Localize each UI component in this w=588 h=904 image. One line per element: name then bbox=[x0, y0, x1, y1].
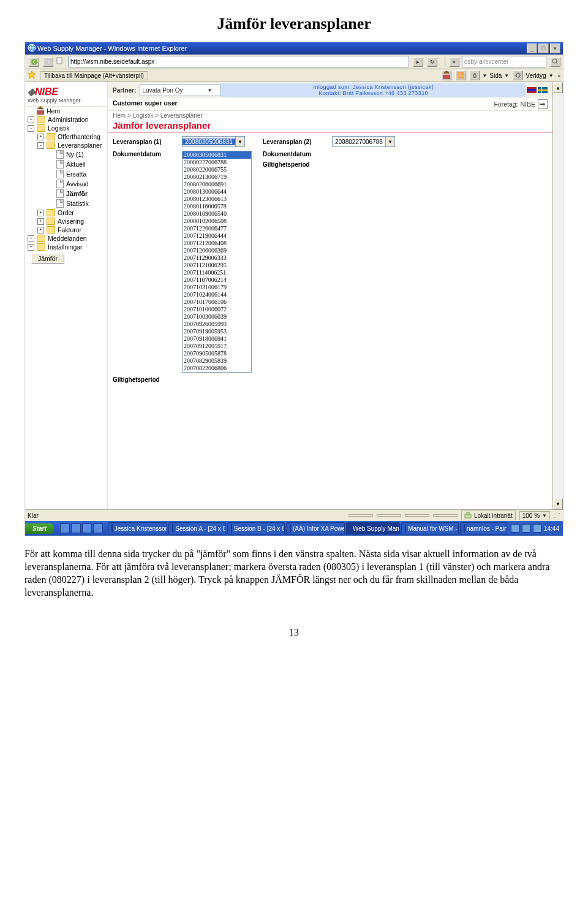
option-row[interactable]: 20070918006941 bbox=[183, 335, 251, 343]
option-row[interactable]: 20071031006179 bbox=[183, 284, 251, 291]
nav-item-meddelanden[interactable]: +Meddelanden bbox=[26, 234, 106, 243]
stop-button[interactable]: × bbox=[449, 57, 459, 67]
vertical-scrollbar[interactable]: ▲ ▼ bbox=[552, 82, 563, 509]
option-row[interactable]: 20070926005993 bbox=[183, 321, 251, 328]
tray-icon[interactable] bbox=[522, 524, 530, 533]
option-row[interactable]: 20070912005917 bbox=[183, 343, 251, 350]
option-row[interactable]: 20071206006369 bbox=[183, 247, 251, 254]
url-field[interactable]: http://wsm.nibe.se/default.aspx bbox=[68, 56, 409, 67]
option-row[interactable]: 20071219006444 bbox=[183, 232, 251, 240]
nav-item-avvisad[interactable]: Avvisad bbox=[26, 179, 106, 189]
chevron-down-icon[interactable]: ▼ bbox=[549, 73, 554, 78]
page-menu[interactable]: Sida bbox=[489, 72, 502, 79]
tools-menu[interactable]: Verktyg bbox=[526, 72, 546, 79]
tools-icon[interactable] bbox=[513, 70, 523, 80]
plan1-listbox[interactable]: 2008030500683120080227006788200802200067… bbox=[182, 151, 252, 373]
expand-icon[interactable]: + bbox=[28, 244, 34, 251]
company-icon[interactable]: ⮕ bbox=[538, 99, 548, 109]
scroll-up-arrow[interactable]: ▲ bbox=[553, 82, 563, 93]
nav-item-inst-llningar[interactable]: +Inställningar bbox=[26, 243, 106, 251]
option-row[interactable]: 20071114006251 bbox=[183, 269, 251, 276]
option-row[interactable]: 20080227006788 bbox=[183, 159, 251, 166]
nav-item-hem[interactable]: Hem bbox=[26, 107, 106, 115]
zoom-indicator[interactable]: 100 % ▼ bbox=[519, 511, 550, 520]
nav-item-statistik[interactable]: Statistik bbox=[26, 199, 106, 208]
flag-sv-icon[interactable] bbox=[538, 87, 548, 93]
option-row[interactable]: 20071129006333 bbox=[183, 254, 251, 262]
scroll-down-arrow[interactable]: ▼ bbox=[553, 498, 563, 509]
option-row[interactable]: 20080206006691 bbox=[183, 181, 251, 188]
expand-icon[interactable]: + bbox=[37, 210, 44, 216]
minimize-button[interactable]: _ bbox=[527, 44, 537, 53]
nav-item-aktuell[interactable]: Aktuell bbox=[26, 159, 106, 169]
home-ie-button[interactable] bbox=[441, 70, 451, 80]
nav-item-order[interactable]: +Order bbox=[26, 208, 106, 217]
option-row[interactable]: 20080102006508 bbox=[183, 218, 251, 225]
option-row[interactable]: 20080123006613 bbox=[183, 196, 251, 203]
option-row[interactable]: 20080213006719 bbox=[183, 173, 251, 181]
plan1-select[interactable]: 20080305006831 ▼ bbox=[182, 136, 245, 147]
forward-button[interactable] bbox=[43, 57, 53, 67]
task-button[interactable]: Session B - [24 x 80] bbox=[227, 522, 285, 534]
back-mainpage-link[interactable]: Tillbaka till Mainpage (Alt+vänsterpil) bbox=[40, 71, 148, 80]
option-row[interactable]: 20071017006106 bbox=[183, 298, 251, 306]
option-row[interactable]: 20070822006806 bbox=[183, 365, 251, 372]
option-row[interactable]: 20070905005878 bbox=[183, 350, 251, 357]
chevron-down-icon[interactable]: ▼ bbox=[482, 73, 487, 78]
option-row[interactable]: 20071212006408 bbox=[183, 240, 251, 247]
partner-select[interactable]: Luvata Pori Oy ▼ bbox=[140, 85, 221, 96]
expand-chevron[interactable]: » bbox=[556, 73, 560, 78]
option-row[interactable]: 20071003006039 bbox=[183, 313, 251, 321]
ql-outlook-icon[interactable] bbox=[82, 523, 92, 533]
task-button[interactable]: Jessica Kristensson... bbox=[108, 522, 168, 534]
chevron-down-icon[interactable]: ▼ bbox=[504, 73, 509, 78]
nav-item-ny-1-[interactable]: Ny (1) bbox=[26, 150, 106, 159]
nav-item-leveransplaner[interactable]: -Leveransplaner bbox=[26, 141, 106, 150]
scroll-track[interactable] bbox=[553, 93, 563, 498]
favorites-icon[interactable] bbox=[28, 70, 37, 80]
maximize-button[interactable]: □ bbox=[538, 44, 549, 53]
plan2-select[interactable]: 20080227006788 ▼ bbox=[332, 136, 395, 147]
expand-icon[interactable]: + bbox=[37, 218, 44, 225]
resize-grip-icon[interactable]: ⋰ bbox=[554, 512, 560, 520]
nav-item-avisering[interactable]: +Avisering bbox=[26, 217, 106, 226]
search-button[interactable] bbox=[550, 57, 560, 67]
option-row[interactable]: 20080116006578 bbox=[183, 203, 251, 210]
task-button[interactable]: Web Supply Man... bbox=[346, 522, 400, 534]
task-button[interactable]: (AA) Infor XA Powe... bbox=[286, 522, 345, 534]
collapse-icon[interactable]: - bbox=[28, 125, 34, 132]
expand-icon[interactable]: + bbox=[37, 134, 44, 140]
tray-icon[interactable] bbox=[533, 524, 541, 533]
ql-desktop-icon[interactable] bbox=[71, 523, 81, 533]
expand-icon[interactable]: + bbox=[28, 116, 34, 123]
expand-icon[interactable]: + bbox=[37, 227, 44, 234]
go-button[interactable]: ▸ bbox=[413, 57, 423, 67]
option-row[interactable]: 20070829005839 bbox=[183, 357, 251, 365]
ql-ie-icon[interactable] bbox=[60, 523, 70, 533]
task-button[interactable]: namnlos - Paint bbox=[460, 522, 507, 534]
flag-en-icon[interactable] bbox=[527, 87, 537, 93]
option-row[interactable]: 20071024006144 bbox=[183, 291, 251, 298]
option-row[interactable]: 20080305006831 bbox=[183, 151, 251, 159]
nav-item-fakturor[interactable]: +Fakturor bbox=[26, 226, 106, 234]
option-row[interactable]: 20070919005953 bbox=[183, 328, 251, 335]
compare-button[interactable]: Jämför bbox=[31, 254, 64, 264]
nav-item-administration[interactable]: +Administration bbox=[26, 115, 106, 124]
refresh-button[interactable]: ↻ bbox=[427, 57, 437, 67]
feed-button[interactable] bbox=[455, 70, 466, 80]
expand-icon[interactable]: + bbox=[28, 235, 34, 242]
option-row[interactable]: 20071107006214 bbox=[183, 276, 251, 284]
print-ie-button[interactable]: ⎙ bbox=[469, 70, 480, 80]
nav-item-ersatta[interactable]: Ersatta bbox=[26, 169, 106, 179]
search-field[interactable]: osby aktivcenter bbox=[462, 56, 546, 67]
tray-icon[interactable] bbox=[511, 524, 519, 533]
option-row[interactable]: 20071226006477 bbox=[183, 225, 251, 232]
option-row[interactable]: 20080130006644 bbox=[183, 188, 251, 196]
task-button[interactable]: Session A - [24 x 80] bbox=[168, 522, 225, 534]
option-row[interactable]: 20080109006540 bbox=[183, 210, 251, 218]
ql-word-icon[interactable] bbox=[93, 523, 103, 533]
task-button[interactable]: Manual för WSM - ... bbox=[401, 522, 459, 534]
back-button[interactable] bbox=[29, 57, 39, 67]
nav-item-offerthantering[interactable]: +Offerthantering bbox=[26, 132, 106, 141]
collapse-icon[interactable]: - bbox=[37, 142, 44, 149]
